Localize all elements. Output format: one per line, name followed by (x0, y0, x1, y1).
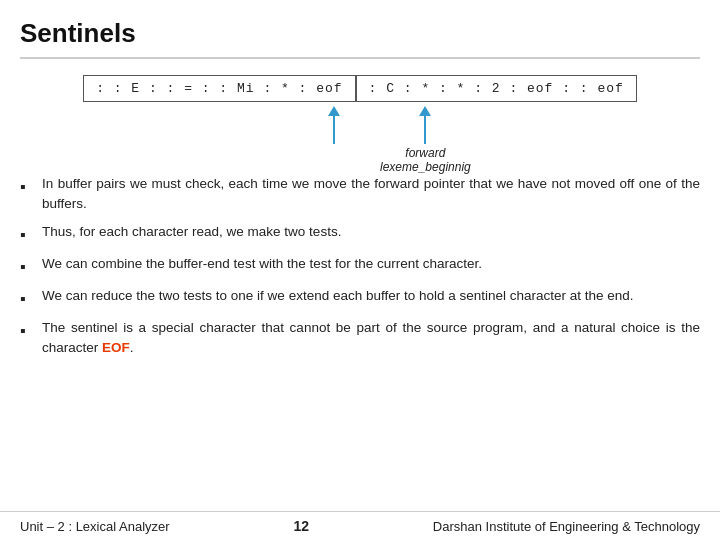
forward-arrow (419, 106, 431, 144)
forward-arrow-group: forward lexeme_beginnig (380, 106, 471, 174)
bullet-icon: ▪ (20, 287, 36, 311)
arrow-shaft-lexeme (333, 116, 335, 144)
footer: Unit – 2 : Lexical Analyzer 12 Darshan I… (0, 511, 720, 540)
buffer-box-2: : C : * : * : 2 : eof : : eof (356, 75, 637, 102)
lexeme-label: lexeme_beginnig (380, 160, 471, 174)
arrow-head-lexeme (328, 106, 340, 116)
footer-center: 12 (293, 518, 309, 534)
arrow-head-forward (419, 106, 431, 116)
list-item: ▪ Thus, for each character read, we make… (20, 222, 700, 247)
buffer-diagram: : : E : : = : : Mi : * : eof : C : * : *… (80, 75, 640, 102)
bullet-text-3: We can combine the buffer-end test with … (42, 254, 482, 274)
list-item: ▪ The sentinel is a special character th… (20, 318, 700, 359)
bullet-icon: ▪ (20, 175, 36, 199)
bullet-list: ▪ In buffer pairs we must check, each ti… (20, 174, 700, 358)
footer-left: Unit – 2 : Lexical Analyzer (20, 519, 170, 534)
list-item: ▪ In buffer pairs we must check, each ti… (20, 174, 700, 215)
bullet-icon: ▪ (20, 319, 36, 343)
lexeme-arrow (328, 106, 340, 144)
arrows-area: forward lexeme_beginnig (80, 106, 640, 166)
arrow-shaft-forward (424, 116, 426, 144)
eof-highlight: EOF (102, 340, 130, 355)
bullet-text-1: In buffer pairs we must check, each time… (42, 174, 700, 215)
buffer-box-1: : : E : : = : : Mi : * : eof (83, 75, 355, 102)
bullet-text-5: The sentinel is a special character that… (42, 318, 700, 359)
page-title: Sentinels (0, 0, 720, 57)
bullet-text-4: We can reduce the two tests to one if we… (42, 286, 634, 306)
bullet-text-2: Thus, for each character read, we make t… (42, 222, 341, 242)
list-item: ▪ We can reduce the two tests to one if … (20, 286, 700, 311)
footer-right: Darshan Institute of Engineering & Techn… (433, 519, 700, 534)
bullet-icon: ▪ (20, 255, 36, 279)
forward-label: forward (405, 146, 445, 160)
lexeme-arrow-group (328, 106, 340, 144)
bullet-icon: ▪ (20, 223, 36, 247)
title-divider (20, 57, 700, 59)
list-item: ▪ We can combine the buffer-end test wit… (20, 254, 700, 279)
